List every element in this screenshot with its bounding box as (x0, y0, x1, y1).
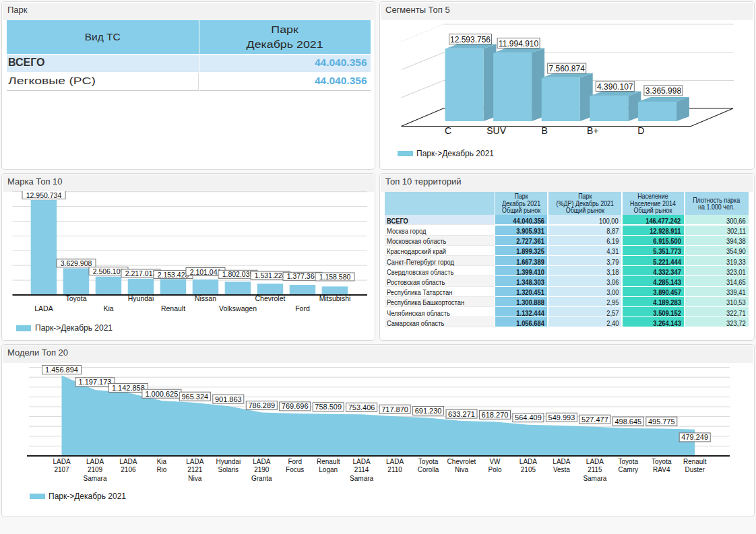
svg-text:1.531.224: 1.531.224 (255, 271, 286, 279)
svg-text:LADA: LADA (34, 304, 53, 312)
svg-text:C: C (445, 125, 451, 136)
svg-text:Niva: Niva (188, 475, 201, 482)
svg-text:LADA: LADA (186, 458, 203, 465)
svg-text:Chevrolet: Chevrolet (255, 294, 286, 302)
svg-text:Renault: Renault (683, 458, 707, 465)
svg-text:2.506.105: 2.506.105 (93, 267, 125, 275)
svg-text:527.477: 527.477 (581, 415, 608, 424)
svg-text:LADA: LADA (253, 458, 270, 465)
svg-text:LADA: LADA (586, 458, 604, 465)
svg-text:B: B (542, 125, 548, 136)
svg-text:717.870: 717.870 (381, 405, 408, 413)
svg-text:498.645: 498.645 (615, 418, 641, 426)
svg-text:Toyota: Toyota (66, 294, 87, 302)
svg-text:1.802.035: 1.802.035 (222, 270, 254, 278)
svg-text:VW: VW (489, 458, 501, 465)
svg-text:2106: 2106 (121, 466, 136, 473)
svg-text:LADA: LADA (53, 458, 70, 465)
svg-text:Focus: Focus (286, 466, 304, 473)
svg-text:1.377.364: 1.377.364 (287, 272, 319, 280)
svg-text:LADA: LADA (353, 458, 371, 465)
svg-text:4.390.107: 4.390.107 (597, 82, 633, 92)
svg-text:Парк->Декабрь 2021: Парк->Декабрь 2021 (49, 492, 126, 501)
svg-text:LADA: LADA (386, 458, 404, 465)
svg-text:3.365.998: 3.365.998 (645, 86, 682, 96)
svg-text:Kia: Kia (157, 458, 167, 465)
svg-text:D: D (637, 125, 644, 136)
svg-text:Logan: Logan (319, 466, 338, 473)
svg-text:1.456.894: 1.456.894 (45, 366, 78, 374)
svg-text:12.593.756: 12.593.756 (450, 35, 491, 44)
svg-text:564.409: 564.409 (515, 413, 542, 422)
svg-text:691.230: 691.230 (415, 407, 442, 415)
svg-text:Samara: Samara (350, 475, 373, 482)
svg-text:Chevrolet: Chevrolet (447, 458, 476, 465)
svg-text:769.696: 769.696 (282, 402, 309, 410)
svg-text:SUV: SUV (486, 125, 506, 136)
svg-text:2190: 2190 (254, 466, 270, 473)
svg-text:Kia: Kia (103, 304, 113, 312)
svg-text:2.101.041: 2.101.041 (190, 268, 222, 276)
svg-text:RAV4: RAV4 (653, 466, 670, 473)
svg-text:2115: 2115 (588, 466, 602, 473)
svg-text:786.289: 786.289 (248, 401, 275, 409)
svg-text:1.197.173: 1.197.173 (79, 378, 112, 386)
svg-text:495.775: 495.775 (648, 418, 675, 426)
svg-text:LADA: LADA (519, 458, 537, 465)
svg-text:2105: 2105 (521, 466, 536, 473)
svg-text:Ford: Ford (295, 304, 310, 312)
svg-text:Mitsubishi: Mitsubishi (319, 294, 351, 302)
svg-text:3.629.908: 3.629.908 (61, 259, 92, 267)
svg-text:753.406: 753.406 (348, 403, 375, 411)
svg-text:Hyundai: Hyundai (128, 294, 154, 302)
svg-text:Nissan: Nissan (195, 294, 216, 302)
svg-text:Niva: Niva (455, 466, 468, 473)
svg-text:Solaris: Solaris (218, 466, 239, 473)
svg-text:LADA: LADA (86, 458, 104, 465)
svg-text:Hyundai: Hyundai (216, 458, 241, 465)
svg-text:7.560.874: 7.560.874 (549, 64, 586, 73)
svg-text:2121: 2121 (187, 466, 203, 473)
svg-text:618.270: 618.270 (482, 411, 509, 419)
svg-text:Vesta: Vesta (553, 466, 570, 473)
svg-text:LADA: LADA (119, 458, 137, 465)
svg-text:2109: 2109 (88, 466, 103, 473)
svg-text:Samara: Samara (83, 475, 106, 482)
svg-text:2.153.423: 2.153.423 (158, 271, 189, 279)
svg-text:1.158.580: 1.158.580 (319, 273, 351, 281)
svg-text:Renault: Renault (317, 458, 340, 465)
svg-text:965.324: 965.324 (181, 393, 208, 401)
svg-text:1.000.625: 1.000.625 (145, 390, 178, 398)
svg-text:Corolla: Corolla (418, 466, 439, 473)
svg-text:Granta: Granta (251, 475, 272, 482)
svg-text:B+: B+ (587, 125, 599, 136)
svg-text:Rio: Rio (156, 466, 166, 473)
svg-text:Renault: Renault (161, 304, 185, 312)
svg-text:LADA: LADA (553, 458, 570, 465)
svg-text:Duster: Duster (685, 466, 705, 473)
svg-text:Volkswagen: Volkswagen (219, 304, 257, 312)
svg-text:Toyota: Toyota (619, 458, 639, 465)
svg-text:2114: 2114 (354, 466, 369, 473)
svg-text:901.863: 901.863 (215, 395, 242, 403)
svg-text:12.950.734: 12.950.734 (26, 191, 62, 199)
svg-text:Camry: Camry (619, 466, 638, 473)
svg-text:2107: 2107 (54, 466, 69, 473)
svg-text:549.993: 549.993 (548, 413, 575, 422)
svg-text:Парк->Декабрь 2021: Парк->Декабрь 2021 (416, 149, 494, 158)
svg-text:479.249: 479.249 (681, 433, 708, 441)
svg-text:Ford: Ford (288, 458, 302, 465)
svg-text:2110: 2110 (387, 466, 402, 473)
svg-text:Toyota: Toyota (418, 458, 439, 465)
svg-text:633.271: 633.271 (448, 410, 475, 418)
svg-text:Парк->Декабрь 2021: Парк->Декабрь 2021 (35, 323, 113, 333)
svg-text:Samara: Samara (583, 475, 606, 482)
svg-text:758.509: 758.509 (315, 403, 342, 411)
svg-text:1.142.858: 1.142.858 (112, 384, 145, 392)
svg-text:Polo: Polo (488, 466, 501, 473)
svg-text:Toyota: Toyota (652, 458, 672, 465)
svg-text:2.217.013: 2.217.013 (125, 269, 157, 277)
svg-text:11.994.910: 11.994.910 (499, 39, 538, 48)
